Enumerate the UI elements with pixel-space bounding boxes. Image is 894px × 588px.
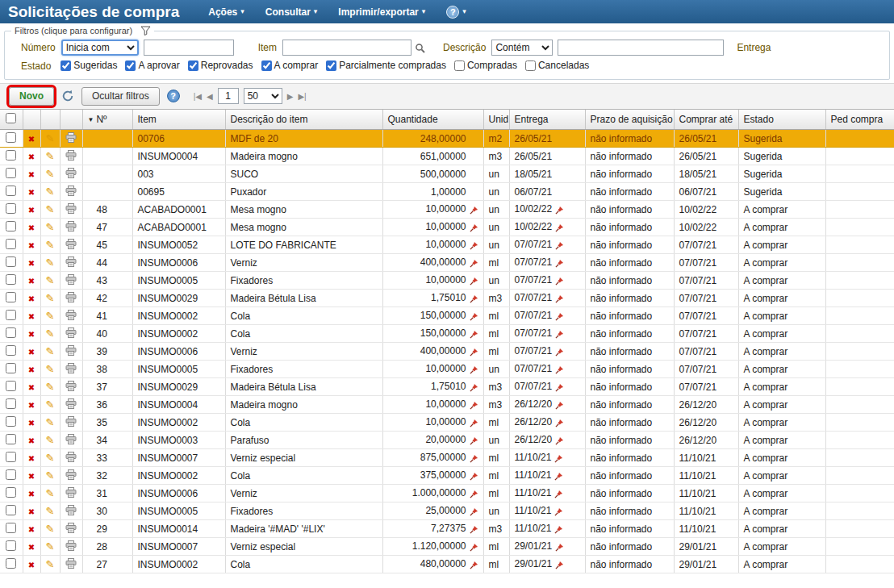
table-row[interactable]: ✖✎35INSUMO0002Cola10,00000ml26/12/20não … [0,414,894,432]
row-checkbox[interactable] [6,239,16,249]
row-checkbox[interactable] [6,168,16,178]
column-header-comprar-ate[interactable]: Comprar até [674,110,738,130]
table-row[interactable]: ✖✎29INSUMO0014Madeira '#MAD' '#LIX'7,273… [0,520,894,538]
delete-icon[interactable]: ✖ [28,188,35,197]
edit-icon[interactable]: ✎ [46,310,55,322]
print-button[interactable] [65,168,77,178]
delete-icon[interactable]: ✖ [28,454,35,463]
edit-icon[interactable]: ✎ [46,452,55,464]
descricao-operator-select[interactable]: Contém [491,40,553,56]
edit-icon[interactable]: ✎ [46,540,55,553]
print-button[interactable] [65,505,77,515]
row-checkbox[interactable] [6,540,16,551]
delete-icon[interactable]: ✖ [28,294,35,303]
table-row[interactable]: ✖✎39INSUMO0006Verniz400,00000ml07/07/21n… [0,343,894,361]
table-row[interactable]: ✖✎36INSUMO0004Madeira mogno10,00000m326/… [0,396,894,414]
table-row[interactable]: ✖✎43INSUMO0005Fixadores10,00000un07/07/2… [0,272,894,290]
table-row[interactable]: ✖✎INSUMO0004Madeira mogno651,00000m326/0… [0,148,894,165]
edit-icon[interactable]: ✎ [46,239,55,251]
table-row[interactable]: ✖✎28INSUMO0007Verniz especial1.120,00000… [0,538,894,556]
print-button[interactable] [65,292,77,302]
edit-icon[interactable]: ✎ [46,434,55,446]
print-button[interactable] [65,452,77,462]
edit-icon[interactable]: ✎ [46,256,55,269]
column-header-prazo[interactable]: Prazo de aquisição [585,110,674,130]
print-button[interactable] [65,256,77,267]
print-button[interactable] [65,186,77,196]
item-input[interactable] [282,40,411,56]
print-button[interactable] [65,239,77,249]
estado-option-0[interactable]: Sugeridas [61,60,117,71]
table-row[interactable]: ✖✎34INSUMO0003Parafuso20,00000un26/12/20… [0,432,894,449]
estado-checkbox[interactable] [525,60,536,71]
delete-icon[interactable]: ✖ [28,383,35,392]
edit-icon[interactable]: ✎ [46,150,55,162]
row-checkbox[interactable] [6,434,16,444]
row-checkbox[interactable] [6,345,16,356]
edit-icon[interactable]: ✎ [46,132,55,144]
prev-page-button[interactable]: ◀ [207,92,213,101]
next-page-button[interactable]: ▶ [287,92,294,101]
delete-icon[interactable]: ✖ [28,348,35,357]
row-checkbox[interactable] [6,310,16,320]
row-checkbox[interactable] [6,505,16,515]
edit-icon[interactable]: ✎ [46,186,55,198]
print-button[interactable] [65,363,77,373]
column-header-unid[interactable]: Unid [483,110,509,130]
row-checkbox[interactable] [6,256,16,267]
edit-icon[interactable]: ✎ [46,381,55,393]
estado-option-2[interactable]: Reprovadas [188,60,253,71]
table-row[interactable]: ✖✎41INSUMO0002Cola150,00000ml07/07/21não… [0,307,894,325]
print-button[interactable] [65,274,77,285]
edit-icon[interactable]: ✎ [46,292,55,304]
row-checkbox[interactable] [6,274,16,285]
delete-icon[interactable]: ✖ [28,436,35,445]
print-button[interactable] [65,310,77,320]
edit-icon[interactable]: ✎ [46,327,55,340]
column-header-quantidade[interactable]: Quantidade [382,110,483,130]
table-row[interactable]: ✖✎40INSUMO0002Cola150,00000ml07/07/21não… [0,325,894,343]
estado-option-5[interactable]: Compradas [454,60,517,71]
help-icon[interactable]: ? [167,90,180,102]
row-checkbox[interactable] [6,221,16,231]
estado-checkbox[interactable] [61,60,71,71]
row-checkbox[interactable] [6,203,16,214]
edit-icon[interactable]: ✎ [46,203,55,215]
edit-icon[interactable]: ✎ [46,469,55,482]
table-row[interactable]: ✖✎37INSUMO0029Madeira Bétula Lisa1,75010… [0,378,894,396]
edit-icon[interactable]: ✎ [46,345,55,357]
delete-icon[interactable]: ✖ [28,223,35,232]
print-button[interactable] [65,434,77,444]
delete-icon[interactable]: ✖ [28,472,35,481]
row-checkbox[interactable] [6,186,16,196]
delete-icon[interactable]: ✖ [28,170,35,179]
estado-option-1[interactable]: A aprovar [125,60,179,71]
table-row[interactable]: ✖✎31INSUMO0006Verniz1.000,00000ml11/10/2… [0,485,894,503]
column-header-ped-compra[interactable]: Ped compra [825,110,894,130]
table-row[interactable]: ✖✎44INSUMO0006Verniz400,00000ml07/07/21n… [0,254,894,272]
print-button[interactable] [65,540,77,551]
delete-icon[interactable]: ✖ [28,543,35,552]
delete-icon[interactable]: ✖ [28,490,35,498]
row-checkbox[interactable] [6,381,16,391]
estado-option-3[interactable]: A comprar [261,60,319,71]
filter-funnel-icon[interactable] [140,26,151,35]
delete-icon[interactable]: ✖ [28,152,35,161]
delete-icon[interactable]: ✖ [28,135,35,144]
edit-icon[interactable]: ✎ [46,221,55,233]
row-checkbox[interactable] [6,469,16,480]
refresh-button[interactable] [61,90,74,102]
page-size-select[interactable]: 50 [244,88,282,104]
estado-checkbox[interactable] [261,60,272,71]
filters-legend[interactable]: Filtros (clique para configurar) [11,26,154,35]
last-page-button[interactable]: ▶| [298,92,306,101]
edit-icon[interactable]: ✎ [46,168,55,180]
item-search-button[interactable] [415,43,425,53]
print-button[interactable] [65,523,77,533]
estado-checkbox[interactable] [125,60,136,71]
print-button[interactable] [65,398,77,409]
table-row[interactable]: ✖✎00695Puxador1,00000un06/07/21não infor… [0,183,894,201]
first-page-button[interactable]: |◀ [194,92,202,101]
edit-icon[interactable]: ✎ [46,274,55,286]
estado-checkbox[interactable] [454,60,465,71]
